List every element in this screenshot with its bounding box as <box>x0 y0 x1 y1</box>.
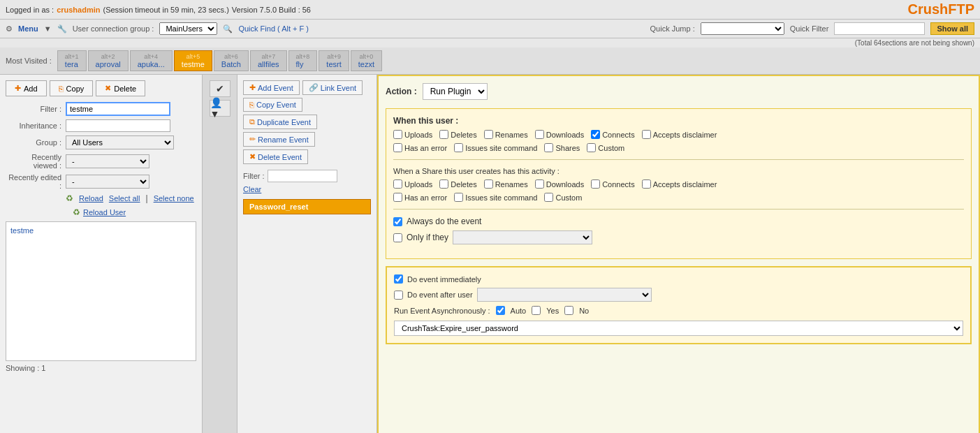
do-event-immediately-checkbox[interactable] <box>394 274 403 284</box>
tab-tesrt[interactable]: alt+9 tesrt <box>319 50 349 71</box>
cb-share-connects-input[interactable] <box>591 179 600 189</box>
no-checkbox[interactable] <box>564 306 573 315</box>
event-list-item-password-reset[interactable]: Password_reset <box>243 199 371 214</box>
auto-checkbox[interactable] <box>496 306 505 315</box>
event-filter-input[interactable] <box>268 170 337 182</box>
cb-share-custom-input[interactable] <box>544 193 553 202</box>
cb-share-uploads[interactable]: Uploads <box>393 179 432 189</box>
no-label: No <box>579 307 589 315</box>
cb-share-renames-input[interactable] <box>484 179 493 189</box>
recently-edited-row: Recently edited : - <box>6 173 196 190</box>
quick-filter-input[interactable] <box>834 22 925 35</box>
group-select[interactable]: All Users <box>66 135 174 149</box>
add-event-icon: ✚ <box>249 83 256 92</box>
recently-edited-select[interactable]: - <box>66 175 149 189</box>
recently-edited-label: Recently edited : <box>6 173 61 190</box>
cb-renames[interactable]: Renames <box>484 130 528 139</box>
cb-custom[interactable]: Custom <box>587 143 624 152</box>
reload-user-link[interactable]: Reload User <box>83 208 126 216</box>
yes-checkbox[interactable] <box>532 306 541 315</box>
cb-downloads-input[interactable] <box>535 130 544 139</box>
delete-event-button[interactable]: ✖ Delete Event <box>243 149 308 164</box>
cb-shares-input[interactable] <box>544 143 553 152</box>
cb-renames-input[interactable] <box>484 130 493 139</box>
cb-share-has-error[interactable]: Has an error <box>393 193 447 202</box>
duplicate-event-button[interactable]: ⧉ Duplicate Event <box>243 115 317 129</box>
select-all-link[interactable]: Select all <box>109 194 140 203</box>
cb-connects[interactable]: Connects <box>591 130 634 139</box>
cb-deletes[interactable]: Deletes <box>439 130 476 139</box>
menu-label[interactable]: Menu <box>18 24 38 33</box>
menu-dropdown-icon[interactable]: ▼ <box>44 24 52 33</box>
quick-jump-select[interactable] <box>701 22 784 35</box>
user-list: testme <box>6 221 196 361</box>
when-user-checkboxes-row2: Has an error Issues site command Shares … <box>393 143 964 152</box>
cb-deletes-input[interactable] <box>439 130 448 139</box>
event-filter-row: Filter : <box>243 170 371 182</box>
cb-accepts-disclaimer[interactable]: Accepts disclaimer <box>642 130 717 139</box>
add-button[interactable]: ✚ Add <box>6 80 47 96</box>
add-event-button[interactable]: ✚ Add Event <box>243 80 300 95</box>
cb-custom-input[interactable] <box>587 143 596 152</box>
filter-input[interactable] <box>66 102 170 116</box>
tab-aproval[interactable]: alt+2 aproval <box>88 50 129 71</box>
tab-tera[interactable]: alt+1 tera <box>57 50 87 71</box>
copy-button[interactable]: ⎘ Copy <box>50 80 94 96</box>
recently-viewed-select[interactable]: - <box>66 154 149 168</box>
cb-share-issues-site-command-input[interactable] <box>454 193 463 202</box>
cb-issues-site-command[interactable]: Issues site command <box>454 143 537 152</box>
tab-fly[interactable]: alt+8 fly <box>288 50 318 71</box>
cb-shares[interactable]: Shares <box>544 143 580 152</box>
tab-testme[interactable]: alt+5 testme <box>174 50 212 71</box>
cb-issues-site-command-input[interactable] <box>454 143 463 152</box>
cb-share-connects[interactable]: Connects <box>591 179 634 189</box>
do-event-after-checkbox[interactable] <box>394 291 403 300</box>
tab-batch[interactable]: alt+6 Batch <box>214 50 249 71</box>
cb-accepts-disclaimer-input[interactable] <box>642 130 651 139</box>
logged-in-label: Logged in as : <box>6 6 54 14</box>
cb-connects-input[interactable] <box>591 130 600 139</box>
tab-allfiles[interactable]: alt+7 allfiles <box>250 50 287 71</box>
cb-share-issues-site-command[interactable]: Issues site command <box>454 193 537 202</box>
only-if-checkbox[interactable] <box>393 233 402 242</box>
link-event-button[interactable]: 🔗 Link Event <box>302 80 363 95</box>
cb-downloads[interactable]: Downloads <box>535 130 584 139</box>
duplicate-event-icon: ⧉ <box>249 117 255 126</box>
reload-link[interactable]: Reload <box>79 194 103 203</box>
cb-share-custom[interactable]: Custom <box>544 193 582 202</box>
cb-share-deletes-input[interactable] <box>439 179 448 189</box>
always-do-checkbox[interactable] <box>393 217 402 226</box>
cb-share-accepts-disclaimer-input[interactable] <box>642 179 651 189</box>
connection-group-select[interactable]: MainUsers <box>159 22 217 35</box>
quick-find-label[interactable]: Quick Find ( Alt + F ) <box>238 24 309 33</box>
show-all-button[interactable]: Show all <box>930 22 974 35</box>
clear-filter-link[interactable]: Clear <box>243 185 371 193</box>
event-toolbar: ✚ Add Event 🔗 Link Event ⎘ Copy Event ⧉ … <box>243 80 371 164</box>
checkmark-button[interactable]: ✔ <box>210 80 231 97</box>
tab-tezxt[interactable]: alt+0 tezxt <box>351 50 382 71</box>
delete-button[interactable]: ✖ Delete <box>96 80 145 96</box>
cb-share-renames[interactable]: Renames <box>484 179 528 189</box>
only-if-select[interactable] <box>453 230 592 244</box>
cb-share-accepts-disclaimer[interactable]: Accepts disclaimer <box>642 179 717 189</box>
cb-has-error[interactable]: Has an error <box>393 143 447 152</box>
task-select[interactable]: CrushTask:Expire_user_password <box>394 321 963 336</box>
cb-has-error-input[interactable] <box>393 143 402 152</box>
cb-uploads[interactable]: Uploads <box>393 130 432 139</box>
cb-share-downloads[interactable]: Downloads <box>535 179 584 189</box>
select-none-link[interactable]: Select none <box>154 194 194 203</box>
left-panel: ✚ Add ⎘ Copy ✖ Delete Filter : Inheritan… <box>0 75 203 433</box>
copy-event-button[interactable]: ⎘ Copy Event <box>243 98 302 112</box>
cb-share-uploads-input[interactable] <box>393 179 402 189</box>
inheritance-input[interactable] <box>66 119 170 132</box>
tab-apuka[interactable]: alt+4 apuka... <box>130 50 173 71</box>
user-list-item[interactable]: testme <box>9 225 193 236</box>
rename-event-button[interactable]: ✏ Rename Event <box>243 132 315 147</box>
cb-share-has-error-input[interactable] <box>393 193 402 202</box>
cb-share-deletes[interactable]: Deletes <box>439 179 476 189</box>
cb-uploads-input[interactable] <box>393 130 402 139</box>
cb-share-downloads-input[interactable] <box>535 179 544 189</box>
do-event-after-select[interactable] <box>477 288 652 302</box>
action-select[interactable]: Run Plugin <box>423 83 488 100</box>
user-dropdown-button[interactable]: 👤▼ <box>210 100 231 117</box>
